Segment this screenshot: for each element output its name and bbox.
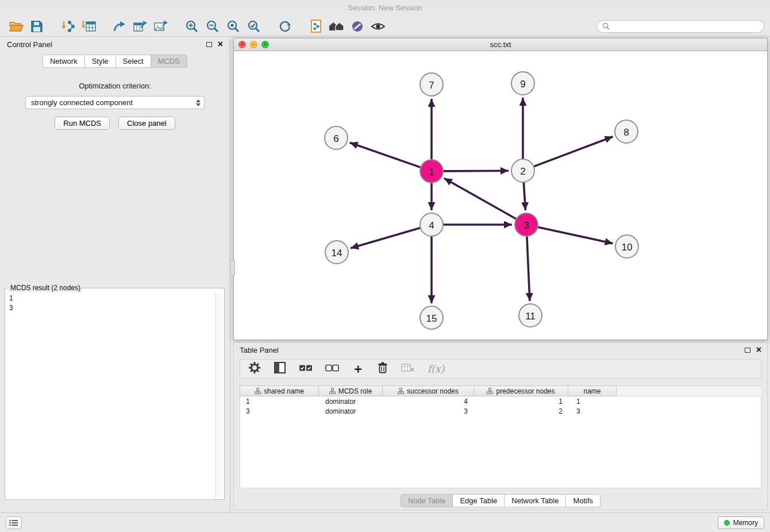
window-close-button[interactable]: × (238, 41, 246, 48)
graph-edge-3-11[interactable] (527, 236, 530, 301)
tab-select[interactable]: Select (116, 55, 151, 68)
graph-edge-1-6[interactable] (350, 142, 421, 167)
cell-shared-name[interactable]: 1 (240, 398, 319, 406)
column-label: name (583, 387, 600, 395)
cell-successor-nodes[interactable]: 3 (384, 407, 476, 415)
cell-name[interactable]: 1 (571, 398, 619, 406)
function-builder-button[interactable]: f(x) (428, 363, 444, 375)
delete-column-button[interactable] (377, 361, 388, 376)
graph-edge-1-2[interactable] (443, 171, 509, 171)
criterion-select[interactable]: strongly connected component (25, 96, 205, 109)
refresh-button[interactable] (275, 18, 295, 35)
mcds-result-list: 1 3 (5, 292, 224, 315)
export-network-icon (113, 20, 126, 33)
open-session-button[interactable] (6, 18, 26, 35)
graph-node-label: 8 (623, 127, 629, 138)
tab-edge-table[interactable]: Edge Table (452, 494, 505, 507)
cell-name[interactable]: 3 (571, 407, 619, 415)
tab-style[interactable]: Style (84, 55, 116, 68)
graph-edge-2-3[interactable] (523, 182, 525, 210)
close-table-panel-icon[interactable]: × (756, 346, 761, 354)
graph-edge-2-8[interactable] (534, 137, 613, 167)
column-header-successor-nodes[interactable]: successor nodes (382, 385, 474, 396)
graph-edge-4-14[interactable] (351, 228, 421, 248)
zoom-fit-icon (226, 20, 240, 33)
search-box[interactable] (596, 20, 764, 33)
cell-predecessor-nodes[interactable]: 1 (476, 398, 571, 406)
column-header-predecessor-nodes[interactable]: predecessor nodes (473, 385, 568, 396)
select-spinner-icon (196, 99, 201, 106)
tab-mcds[interactable]: MCDS (151, 55, 187, 68)
delete-table-button[interactable] (401, 363, 415, 375)
cell-mcds-role[interactable]: dominator (319, 407, 384, 415)
export-table-button[interactable] (130, 18, 151, 35)
show-all-columns-button[interactable] (299, 363, 313, 375)
cell-shared-name[interactable]: 3 (240, 407, 319, 415)
mcds-result-title: MCDS result (2 nodes) (9, 284, 82, 292)
column-header-mcds-role[interactable]: MCDS role (318, 385, 383, 396)
graph-edge-3-1[interactable] (444, 178, 517, 219)
memory-status-icon (724, 520, 730, 526)
column-header-name[interactable]: name (568, 385, 617, 396)
zoom-fit-button[interactable] (223, 18, 244, 35)
window-zoom-button[interactable]: + (261, 41, 269, 48)
show-hide-button[interactable] (368, 18, 388, 35)
column-label: predecessor nodes (496, 387, 555, 395)
tab-network-table[interactable]: Network Table (504, 494, 566, 507)
memory-button[interactable]: Memory (718, 516, 764, 529)
import-network-button[interactable] (57, 18, 78, 35)
panel-splitter-handle[interactable] (230, 260, 235, 276)
run-mcds-button[interactable]: Run MCDS (55, 117, 110, 130)
control-panel-tabs: Network Style Select MCDS (0, 55, 230, 68)
cell-successor-nodes[interactable]: 4 (384, 398, 476, 406)
column-header-shared-name[interactable]: shared name (240, 385, 319, 396)
export-image-icon (153, 20, 168, 33)
import-table-button[interactable] (78, 18, 99, 35)
result-scrollbar[interactable] (215, 293, 223, 498)
app-title: Session: New Session (348, 3, 422, 12)
zoom-out-button[interactable] (202, 18, 223, 35)
control-panel: Control Panel × Network Style Select MCD… (0, 37, 230, 512)
zoom-in-button[interactable] (182, 18, 202, 35)
app-titlebar: Session: New Session (0, 0, 770, 16)
control-panel-header: Control Panel × (0, 37, 230, 52)
zoom-selected-button[interactable] (244, 18, 264, 35)
export-network-button[interactable] (109, 18, 130, 35)
ndex-button[interactable] (326, 18, 347, 35)
table-panel-header: Table Panel × (234, 343, 767, 357)
float-panel-icon[interactable] (206, 42, 212, 47)
close-panel-button[interactable]: Close panel (118, 117, 175, 130)
save-session-button[interactable] (26, 18, 47, 35)
close-panel-icon[interactable]: × (218, 40, 223, 48)
window-minimize-button[interactable]: − (250, 41, 257, 48)
cell-predecessor-nodes[interactable]: 2 (476, 407, 571, 415)
style-badge-icon (351, 20, 364, 33)
export-image-button[interactable] (151, 18, 171, 35)
toggle-column-panel-button[interactable] (274, 361, 286, 376)
search-input[interactable] (613, 22, 759, 30)
add-column-button[interactable]: ＋ (352, 363, 364, 375)
import-table-icon (81, 20, 96, 33)
tab-node-table[interactable]: Node Table (401, 494, 453, 507)
tab-motifs[interactable]: Motifs (565, 494, 600, 507)
table-settings-button[interactable] (248, 361, 261, 376)
task-history-button[interactable] (6, 516, 22, 529)
float-table-panel-icon[interactable] (745, 348, 750, 353)
graph-node-label: 10 (622, 242, 633, 253)
tab-network[interactable]: Network (43, 55, 85, 68)
network-document-button[interactable] (306, 18, 326, 35)
table-row[interactable]: 1 dominator 4 1 1 (240, 396, 761, 406)
graph-node-label: 9 (520, 79, 525, 90)
graph-edge-3-10[interactable] (538, 227, 613, 244)
network-window-titlebar[interactable]: × − + scc.txt (234, 38, 767, 51)
node-table: shared name MCDS role successor nodes pr… (240, 385, 761, 488)
refresh-icon (278, 20, 292, 33)
network-canvas[interactable]: 7968124314101511 (234, 51, 767, 340)
zoom-selected-icon (247, 20, 261, 33)
table-row[interactable]: 3 dominator 3 2 3 (240, 406, 761, 416)
cell-mcds-role[interactable]: dominator (319, 398, 384, 406)
graph-node-label: 14 (332, 248, 342, 259)
style-badge-button[interactable] (347, 18, 368, 35)
table-panel: Table Panel × (233, 342, 768, 510)
hide-all-columns-button[interactable] (325, 363, 339, 375)
